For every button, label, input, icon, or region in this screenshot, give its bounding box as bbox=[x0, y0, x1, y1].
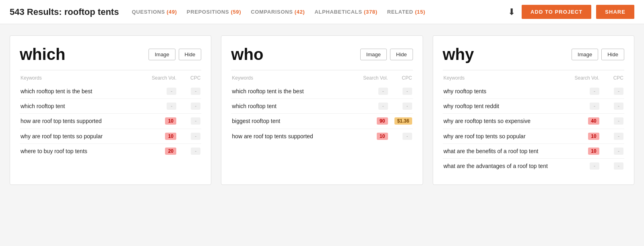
col-keywords-which: Keywords bbox=[21, 75, 144, 81]
hide-button-why[interactable]: Hide bbox=[601, 49, 624, 60]
keyword-vol: 10 bbox=[144, 117, 176, 125]
col-cpc-who: CPC bbox=[388, 75, 412, 81]
tab-prepositions[interactable]: PREPOSITIONS (59) bbox=[187, 9, 241, 15]
hide-button-who[interactable]: Hide bbox=[390, 49, 413, 60]
tab-related[interactable]: RELATED (15) bbox=[387, 9, 425, 15]
keyword-text: how are roof top tents supported bbox=[21, 117, 144, 125]
keyword-vol: - bbox=[356, 102, 388, 110]
card-why: whyImageHide Keywords Search Vol. CPC wh… bbox=[433, 35, 634, 185]
tab-comparisons[interactable]: COMPARISONS (42) bbox=[251, 9, 305, 15]
keyword-row[interactable]: where to buy roof top tents20- bbox=[20, 144, 201, 158]
keyword-row[interactable]: which rooftop tent-- bbox=[231, 99, 413, 114]
keyword-text: which rooftop tent is the best bbox=[21, 88, 144, 95]
card-divider-why bbox=[443, 70, 624, 70]
keyword-text: where to buy roof top tents bbox=[21, 148, 144, 155]
header-actions: ⬇ ADD TO PROJECT SHARE bbox=[506, 5, 634, 19]
keyword-cpc: - bbox=[388, 133, 412, 140]
card-divider-which bbox=[20, 70, 201, 70]
card-buttons-who: ImageHide bbox=[360, 49, 413, 60]
results-count: 543 Results: bbox=[10, 7, 62, 17]
card-title-who: who bbox=[231, 45, 263, 64]
share-button[interactable]: SHARE bbox=[596, 5, 634, 19]
keyword-vol: - bbox=[567, 102, 599, 110]
keyword-row[interactable]: which rooftop tent is the best-- bbox=[20, 84, 201, 99]
table-header-who: Keywords Search Vol. CPC bbox=[231, 75, 413, 81]
card-header-which: whichImageHide bbox=[20, 45, 201, 64]
keyword-cpc: - bbox=[599, 117, 623, 125]
keyword-cpc: - bbox=[176, 117, 200, 125]
image-button-who[interactable]: Image bbox=[360, 49, 387, 60]
card-header-who: whoImageHide bbox=[231, 45, 413, 64]
keyword-cpc: - bbox=[599, 133, 623, 140]
col-keywords-who: Keywords bbox=[232, 75, 355, 81]
keyword-row[interactable]: why are roof top tents so popular10- bbox=[443, 129, 624, 144]
col-vol-why: Search Vol. bbox=[567, 75, 599, 81]
keyword-text: which rooftop tent bbox=[232, 102, 355, 110]
col-vol-which: Search Vol. bbox=[144, 75, 176, 81]
keyword-vol: 10 bbox=[567, 148, 599, 155]
col-vol-who: Search Vol. bbox=[356, 75, 388, 81]
keyword-cpc: - bbox=[599, 148, 623, 155]
keyword-text: why rooftop tents bbox=[444, 88, 567, 95]
keyword-cpc: - bbox=[176, 133, 200, 140]
keyword-cpc: - bbox=[599, 162, 623, 170]
keyword-vol: - bbox=[567, 88, 599, 95]
keyword-row[interactable]: biggest rooftop tent90$1.36 bbox=[231, 114, 413, 129]
col-keywords-why: Keywords bbox=[444, 75, 567, 81]
keyword-text: why are roof top tents so popular bbox=[444, 133, 567, 140]
keyword-text: what are the benefits of a roof top tent bbox=[444, 148, 567, 155]
keyword-row[interactable]: why are rooftop tents so expensive40- bbox=[443, 114, 624, 129]
keyword-text: which rooftop tent is the best bbox=[232, 88, 355, 95]
keyword-row[interactable]: why rooftop tent reddit-- bbox=[443, 99, 624, 114]
keyword-cpc: - bbox=[599, 88, 623, 95]
keyword-cpc: $1.36 bbox=[388, 117, 412, 125]
keyword-row[interactable]: what are the benefits of a roof top tent… bbox=[443, 144, 624, 159]
keyword-cpc: - bbox=[176, 148, 200, 155]
hide-button-which[interactable]: Hide bbox=[179, 49, 202, 60]
keyword-text: why rooftop tent reddit bbox=[444, 102, 567, 110]
keyword-vol: 10 bbox=[356, 133, 388, 140]
keyword-row[interactable]: why are roof top tents so popular10- bbox=[20, 129, 201, 144]
image-button-why[interactable]: Image bbox=[572, 49, 598, 60]
keyword-cpc: - bbox=[599, 102, 623, 110]
table-header-why: Keywords Search Vol. CPC bbox=[443, 75, 624, 81]
tab-alphabeticals[interactable]: ALPHABETICALS (378) bbox=[315, 9, 378, 15]
image-button-which[interactable]: Image bbox=[149, 49, 175, 60]
keyword-text: what are the advantages of a roof top te… bbox=[444, 162, 567, 170]
col-cpc-why: CPC bbox=[599, 75, 623, 81]
keyword-vol: - bbox=[144, 88, 176, 95]
keyword-text: which rooftop tent bbox=[21, 102, 144, 110]
table-header-which: Keywords Search Vol. CPC bbox=[20, 75, 201, 81]
card-which: whichImageHide Keywords Search Vol. CPC … bbox=[10, 35, 211, 185]
col-cpc-which: CPC bbox=[176, 75, 200, 81]
keyword-vol: - bbox=[567, 162, 599, 170]
keyword-row[interactable]: why rooftop tents-- bbox=[443, 84, 624, 99]
keyword-vol: 90 bbox=[356, 117, 388, 125]
keyword-vol: - bbox=[356, 88, 388, 95]
header: 543 Results: rooftop tents QUESTIONS (49… bbox=[0, 0, 644, 24]
card-who: whoImageHide Keywords Search Vol. CPC wh… bbox=[221, 35, 423, 185]
results-query: rooftop tents bbox=[64, 7, 119, 17]
card-divider-who bbox=[231, 70, 413, 70]
card-buttons-why: ImageHide bbox=[572, 49, 624, 60]
download-icon[interactable]: ⬇ bbox=[506, 5, 517, 19]
keyword-vol: 10 bbox=[144, 133, 176, 140]
keyword-row[interactable]: how are roof top tents supported10- bbox=[20, 114, 201, 129]
main-content: whichImageHide Keywords Search Vol. CPC … bbox=[0, 24, 644, 196]
keyword-row[interactable]: which rooftop tent-- bbox=[20, 99, 201, 114]
keyword-cpc: - bbox=[388, 88, 412, 95]
keyword-vol: 20 bbox=[144, 148, 176, 155]
add-to-project-button[interactable]: ADD TO PROJECT bbox=[522, 5, 591, 19]
keyword-vol: 40 bbox=[567, 117, 599, 125]
keyword-row[interactable]: which rooftop tent is the best-- bbox=[231, 84, 413, 99]
card-header-why: whyImageHide bbox=[443, 45, 624, 64]
tab-questions[interactable]: QUESTIONS (49) bbox=[132, 9, 177, 15]
keyword-row[interactable]: how are roof top tents supported10- bbox=[231, 129, 413, 144]
keyword-row[interactable]: what are the advantages of a roof top te… bbox=[443, 159, 624, 173]
keyword-cpc: - bbox=[176, 88, 200, 95]
keyword-text: why are rooftop tents so expensive bbox=[444, 117, 567, 125]
keyword-cpc: - bbox=[388, 102, 412, 110]
keyword-cpc: - bbox=[176, 102, 200, 110]
keyword-text: why are roof top tents so popular bbox=[21, 133, 144, 140]
keyword-text: biggest rooftop tent bbox=[232, 117, 355, 125]
